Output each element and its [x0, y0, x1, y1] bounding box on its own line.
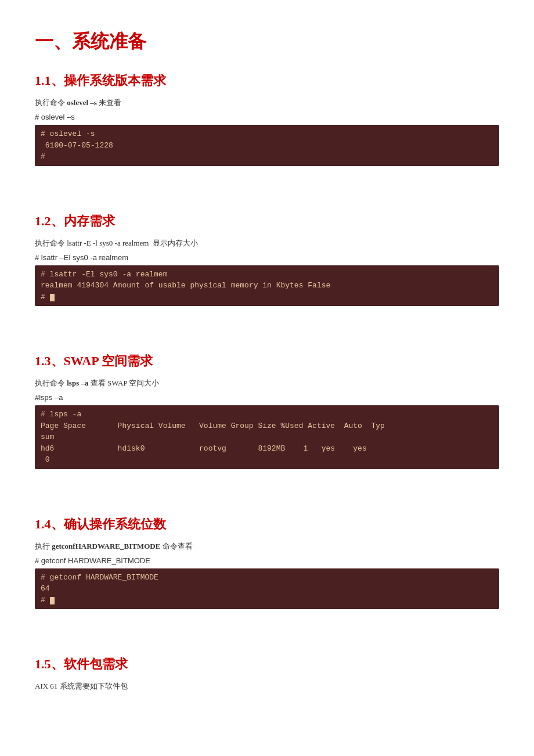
subsection-number-1-2: 1.2 — [35, 214, 51, 228]
subsection-text-1-2: 、内存需求 — [51, 214, 115, 228]
subsection-title-1-2: 1.2、内存需求 — [35, 213, 499, 230]
terminal-1-3: # lsps -a Page Space Physical Volume Vol… — [35, 405, 499, 469]
command-label-1-4: # getconf HARDWARE_BITMODE — [35, 556, 499, 565]
section-1-1: 1.1、操作系统版本需求 执行命令 oslevel –s 来查看 # oslev… — [35, 72, 499, 166]
section-1-4: 1.4、确认操作系统位数 执行 getconfHARDWARE_BITMODE … — [35, 516, 499, 610]
description-bold-1-1: oslevel –s — [67, 98, 97, 107]
subsection-number-1-5: 1.5 — [35, 657, 51, 671]
subsection-text-1-1: 、操作系统版本需求 — [51, 73, 166, 88]
section-1-5: 1.5、软件包需求 AIX 61 系统需要如下软件包 — [35, 656, 499, 692]
description-1-3: 执行命令 lsps –a 查看 SWAP 空间大小 — [35, 378, 499, 388]
description-1-4: 执行 getconfHARDWARE_BITMODE 命令查看 — [35, 541, 499, 552]
subsection-title-1-1: 1.1、操作系统版本需求 — [35, 72, 499, 89]
description-1-2: 执行命令 lsattr -E -l sys0 -a realmem 显示内存大小 — [35, 238, 499, 249]
section-1-2: 1.2、内存需求 执行命令 lsattr -E -l sys0 -a realm… — [35, 213, 499, 307]
description-bold-1-3: lsps –a — [67, 379, 88, 387]
cursor-1-2 — [50, 294, 55, 301]
subsection-text-1-5: 、软件包需求 — [51, 657, 128, 671]
subsection-text-1-3: 、SWAP 空间需求 — [51, 354, 153, 368]
section-1-3: 1.3、SWAP 空间需求 执行命令 lsps –a 查看 SWAP 空间大小 … — [35, 352, 499, 469]
description-1-5: AIX 61 系统需要如下软件包 — [35, 681, 499, 692]
subsection-number-1-3: 1.3 — [35, 354, 51, 368]
command-label-1-2: # lsattr –El sys0 -a realmem — [35, 253, 499, 262]
subsection-text-1-4: 、确认操作系统位数 — [51, 517, 166, 531]
terminal-1-2: # lsattr -El sys0 -a realmem realmem 419… — [35, 265, 499, 307]
subsection-title-1-5: 1.5、软件包需求 — [35, 656, 499, 673]
command-label-1-1: # oslevel –s — [35, 113, 499, 121]
terminal-1-4: # getconf HARDWARE_BITMODE 64 # — [35, 568, 499, 610]
subsection-title-1-3: 1.3、SWAP 空间需求 — [35, 352, 499, 370]
description-bold-1-4: getconfHARDWARE_BITMODE — [52, 542, 160, 550]
cursor-1-4 — [50, 597, 55, 604]
subsection-title-1-4: 1.4、确认操作系统位数 — [35, 516, 499, 533]
subsection-number-1-1: 1.1 — [35, 73, 51, 88]
main-title: 一、系统准备 — [35, 29, 499, 55]
subsection-number-1-4: 1.4 — [35, 517, 51, 531]
description-1-1: 执行命令 oslevel –s 来查看 — [35, 98, 499, 108]
terminal-1-1: # oslevel -s 6100-07-05-1228 # — [35, 125, 499, 166]
command-label-1-3: #lsps –a — [35, 393, 499, 402]
